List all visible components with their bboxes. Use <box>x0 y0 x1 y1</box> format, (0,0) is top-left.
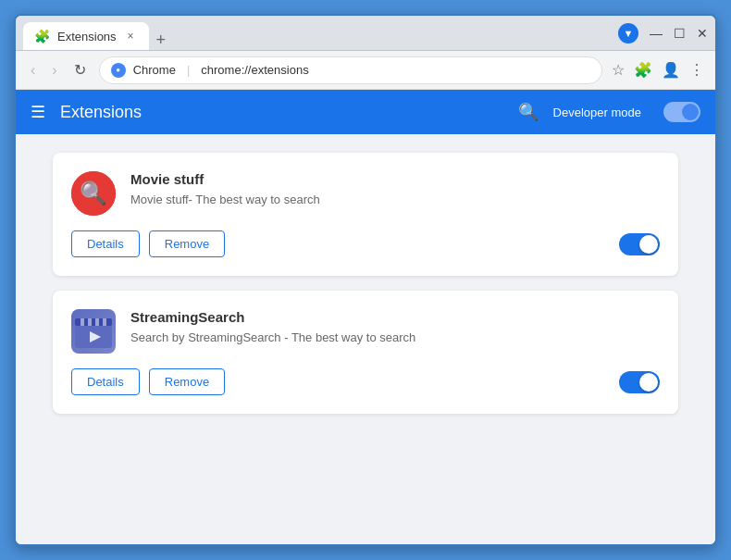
tab-area: 🧩 Extensions × + <box>23 16 618 50</box>
streaming-search-icon <box>71 309 116 354</box>
bookmark-icon[interactable]: ☆ <box>612 61 625 79</box>
minimize-button[interactable]: — <box>650 26 663 41</box>
toggle-knob <box>682 104 699 120</box>
extension-description: Movie stuff- The best way to search <box>130 191 660 209</box>
details-button[interactable]: Details <box>71 368 140 395</box>
forward-button[interactable]: › <box>48 58 60 82</box>
extension-info: Movie stuff Movie stuff- The best way to… <box>130 171 660 209</box>
profile-icon[interactable]: ▼ <box>618 23 638 44</box>
active-tab[interactable]: 🧩 Extensions × <box>23 22 149 50</box>
toggle-knob <box>639 235 658 254</box>
window-controls: ▼ — ☐ ✕ <box>618 23 708 44</box>
svg-rect-3 <box>88 318 92 326</box>
svg-rect-4 <box>95 318 99 326</box>
extensions-content: FILEHIPPO.COM 🔍 Movie stuff Movie stuff-… <box>16 134 715 544</box>
toggle-knob <box>639 373 658 392</box>
maximize-button[interactable]: ☐ <box>674 26 686 41</box>
reload-button[interactable]: ↻ <box>70 57 90 82</box>
title-bar: 🧩 Extensions × + ▼ — ☐ ✕ <box>16 16 715 51</box>
address-bar: ‹ › ↻ ● Chrome | chrome://extensions ☆ 🧩… <box>16 51 715 90</box>
svg-rect-2 <box>81 318 84 326</box>
extension-card-movie-stuff: 🔍 Movie stuff Movie stuff- The best way … <box>53 153 678 276</box>
extensions-header: ☰ Extensions 🔍 Developer mode <box>16 90 715 134</box>
movie-stuff-icon: 🔍 <box>71 171 116 216</box>
extensions-icon[interactable]: 🧩 <box>634 61 652 79</box>
extension-name: Movie stuff <box>130 171 660 187</box>
remove-button[interactable]: Remove <box>149 230 225 257</box>
tab-close-button[interactable]: × <box>124 28 138 44</box>
developer-mode-label: Developer mode <box>553 106 641 119</box>
site-icon: ● <box>111 63 126 78</box>
extension-card-footer: Details Remove <box>71 368 660 395</box>
profile-avatar[interactable]: 👤 <box>662 61 680 79</box>
extension-card-streaming-search: StreamingSearch Search by StreamingSearc… <box>53 291 678 414</box>
extension-name: StreamingSearch <box>130 309 660 325</box>
remove-button[interactable]: Remove <box>149 368 225 395</box>
tab-extension-icon: 🧩 <box>34 29 50 44</box>
search-icon[interactable]: 🔍 <box>518 102 539 122</box>
svg-rect-5 <box>103 318 106 326</box>
url-bar[interactable]: ● Chrome | chrome://extensions <box>99 56 602 84</box>
sidebar-menu-icon[interactable]: ☰ <box>31 102 45 122</box>
close-button[interactable]: ✕ <box>697 26 708 41</box>
tab-title: Extensions <box>57 30 117 44</box>
extension-description: Search by StreamingSearch - The best way… <box>130 329 660 347</box>
back-button[interactable]: ‹ <box>27 58 39 82</box>
extension-enable-toggle[interactable] <box>619 371 660 393</box>
movie-stuff-icon-inner: 🔍 <box>71 171 116 216</box>
page-title: Extensions <box>60 103 503 122</box>
extension-enable-toggle[interactable] <box>619 233 660 255</box>
clapperboard-svg <box>71 309 116 354</box>
url-separator: | <box>187 63 190 77</box>
new-tab-button[interactable]: + <box>149 31 174 50</box>
developer-mode-toggle[interactable] <box>663 102 700 122</box>
site-name: Chrome <box>133 63 176 77</box>
extension-info: StreamingSearch Search by StreamingSearc… <box>130 309 660 347</box>
details-button[interactable]: Details <box>71 230 140 257</box>
address-actions: ☆ 🧩 👤 ⋮ <box>612 61 704 79</box>
extension-card-header: 🔍 Movie stuff Movie stuff- The best way … <box>71 171 660 216</box>
url-text: chrome://extensions <box>201 63 308 77</box>
extension-card-footer: Details Remove <box>71 230 660 257</box>
menu-icon[interactable]: ⋮ <box>689 61 704 79</box>
browser-window: 🧩 Extensions × + ▼ — ☐ ✕ ‹ › ↻ ● Chrome … <box>14 14 717 546</box>
extension-card-header: StreamingSearch Search by StreamingSearc… <box>71 309 660 354</box>
